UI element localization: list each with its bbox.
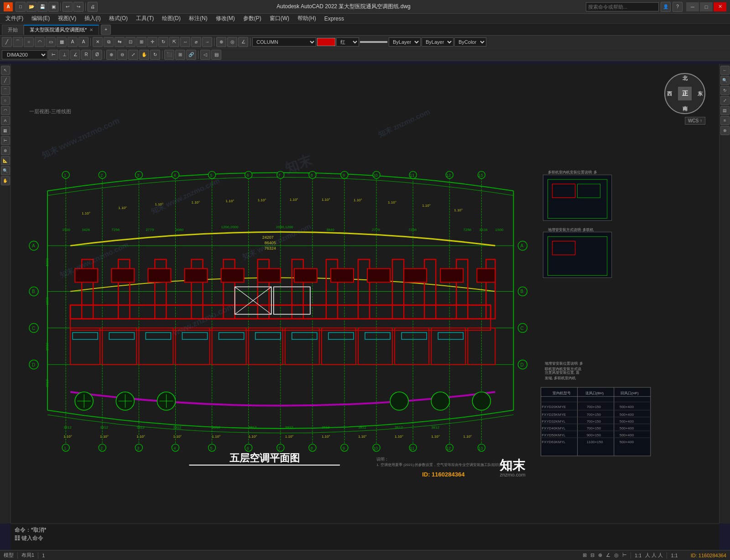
- rotate-btn[interactable]: ↻: [158, 37, 168, 47]
- zoom-out-btn[interactable]: ⊖: [117, 50, 127, 60]
- polar-btn[interactable]: ∠: [238, 37, 248, 47]
- saveas-btn[interactable]: ▣: [48, 2, 58, 12]
- circle-btn[interactable]: ○: [24, 37, 34, 47]
- text-btn[interactable]: A: [68, 37, 78, 47]
- tab-close-icon[interactable]: ✕: [89, 27, 93, 32]
- status-polar[interactable]: ∠: [606, 552, 610, 558]
- plot-btn[interactable]: 🖨: [88, 2, 98, 12]
- dim-linear-btn[interactable]: ⊢: [48, 50, 58, 60]
- user-account[interactable]: 👤: [661, 2, 671, 12]
- lt-line-btn[interactable]: ╱: [1, 76, 10, 85]
- rt-pan-btn[interactable]: ←: [720, 66, 730, 75]
- lt-dim-btn[interactable]: ⊢: [1, 136, 10, 145]
- mtext-btn[interactable]: A: [78, 37, 89, 47]
- status-zoom[interactable]: 1:1: [671, 553, 678, 558]
- linetype-select[interactable]: ByLayer: [389, 37, 421, 47]
- transparency-select[interactable]: ByColor: [454, 37, 486, 47]
- block-btn[interactable]: ⬛: [164, 50, 174, 60]
- tab-file[interactable]: 某大型医院通风空调图纸* ✕: [24, 25, 99, 35]
- offset-btn[interactable]: ⊡: [125, 37, 136, 47]
- rt-zoom-btn[interactable]: 🔍: [720, 76, 730, 85]
- osnap-btn[interactable]: ◎: [227, 37, 237, 47]
- menu-view[interactable]: 视图(V): [54, 14, 80, 23]
- color-select[interactable]: 红: [336, 37, 359, 47]
- rt-extents-btn[interactable]: ⤢: [720, 96, 730, 105]
- copy-btn[interactable]: ⧉: [104, 37, 114, 47]
- hatch-btn[interactable]: ▦: [57, 37, 67, 47]
- menu-modify[interactable]: 修改(M): [212, 14, 239, 23]
- zoom-extents-btn[interactable]: ⤢: [128, 50, 138, 60]
- xref-btn[interactable]: 🔗: [186, 50, 196, 60]
- menu-window[interactable]: 窗口(W): [266, 14, 293, 23]
- search-input[interactable]: [586, 2, 659, 11]
- lt-circle-btn[interactable]: ○: [1, 96, 10, 105]
- menu-edit[interactable]: 编辑(E): [28, 14, 53, 23]
- pan-btn[interactable]: ✋: [139, 50, 149, 60]
- menu-param[interactable]: 参数(P): [240, 14, 265, 23]
- lt-pline-btn[interactable]: ⌒: [1, 86, 10, 95]
- status-grid[interactable]: ⊟: [590, 552, 594, 558]
- status-layout-num[interactable]: 1: [42, 553, 45, 558]
- menu-insert[interactable]: 插入(I): [81, 14, 104, 23]
- orbit-btn[interactable]: ↻: [150, 50, 160, 60]
- rect-btn[interactable]: ▭: [46, 37, 56, 47]
- extend-btn[interactable]: →: [202, 37, 212, 47]
- lt-arc-btn[interactable]: ◠: [1, 106, 10, 115]
- layer-prev-btn[interactable]: ◁: [200, 50, 210, 60]
- status-osnap[interactable]: ◎: [614, 552, 619, 558]
- lt-hatch-btn[interactable]: ▦: [1, 126, 10, 135]
- menu-tools[interactable]: 工具(T): [132, 14, 157, 23]
- arc-btn[interactable]: ◠: [35, 37, 45, 47]
- menu-format[interactable]: 格式(O): [105, 14, 131, 23]
- dim-align-btn[interactable]: ⊥: [59, 50, 69, 60]
- dimstyle-select[interactable]: DIMA200: [2, 50, 47, 59]
- lineweight-select[interactable]: ByLayer: [422, 37, 454, 47]
- rt-layers-btn[interactable]: ▤: [720, 106, 730, 115]
- lt-select-btn[interactable]: ↖: [1, 66, 10, 75]
- dim-diameter-btn[interactable]: Ø: [92, 50, 102, 60]
- status-snap[interactable]: ⊞: [583, 552, 587, 558]
- new-tab-btn[interactable]: +: [101, 25, 111, 35]
- menu-draw[interactable]: 绘图(D): [158, 14, 184, 23]
- layer-select[interactable]: COLUMN: [252, 37, 316, 47]
- new-btn[interactable]: □: [16, 2, 26, 12]
- color-swatch[interactable]: [317, 38, 335, 46]
- lt-zoom-btn[interactable]: 🔍: [1, 166, 10, 175]
- lt-measure-btn[interactable]: 📐: [1, 156, 10, 165]
- lt-text-btn[interactable]: A: [1, 116, 10, 125]
- rt-orbit-btn[interactable]: ↻: [720, 86, 730, 95]
- menu-express[interactable]: Express: [321, 15, 348, 23]
- zoom-in-btn[interactable]: ⊕: [106, 50, 116, 60]
- minimize-btn[interactable]: ─: [686, 2, 699, 11]
- menu-dim[interactable]: 标注(N): [185, 14, 211, 23]
- dim-radius-btn[interactable]: R: [81, 50, 91, 60]
- line-btn[interactable]: ╱: [2, 37, 12, 47]
- move-btn[interactable]: ✛: [147, 37, 157, 47]
- lt-pan-btn[interactable]: ✋: [1, 176, 10, 185]
- layer-tools-btn[interactable]: ▤: [211, 50, 221, 60]
- canvas-area[interactable]: 知末 www.znzmo.com 知末 www.znzmo.com 知末 www…: [11, 64, 719, 523]
- undo-btn[interactable]: ↩: [63, 2, 73, 12]
- rt-snap2-btn[interactable]: ⊕: [720, 126, 730, 135]
- close-btn[interactable]: ✕: [714, 2, 726, 11]
- open-btn[interactable]: 📂: [26, 2, 36, 12]
- rt-prop-btn[interactable]: ≡: [720, 116, 730, 125]
- erase-btn[interactable]: ✕: [93, 37, 103, 47]
- insert-btn[interactable]: ⊞: [175, 50, 185, 60]
- save-btn[interactable]: 💾: [37, 2, 47, 12]
- status-model[interactable]: 模型: [4, 552, 14, 559]
- pline-btn[interactable]: ⌒: [13, 37, 23, 47]
- status-otrack[interactable]: ⊢: [622, 552, 627, 558]
- trim-btn[interactable]: ⌀: [191, 37, 201, 47]
- snap-btn[interactable]: ⊕: [216, 37, 226, 47]
- mirror-btn[interactable]: ⇆: [115, 37, 125, 47]
- menu-help[interactable]: 帮助(H): [294, 14, 320, 23]
- redo-btn[interactable]: ↪: [73, 2, 83, 12]
- stretch-btn[interactable]: ↔: [180, 37, 190, 47]
- tab-start[interactable]: 开始: [2, 25, 24, 35]
- maximize-btn[interactable]: □: [700, 2, 713, 11]
- array-btn[interactable]: ⊞: [136, 37, 146, 47]
- status-ortho[interactable]: ⊕: [598, 552, 602, 558]
- menu-file[interactable]: 文件(F): [2, 14, 27, 23]
- help-btn[interactable]: ?: [673, 2, 683, 12]
